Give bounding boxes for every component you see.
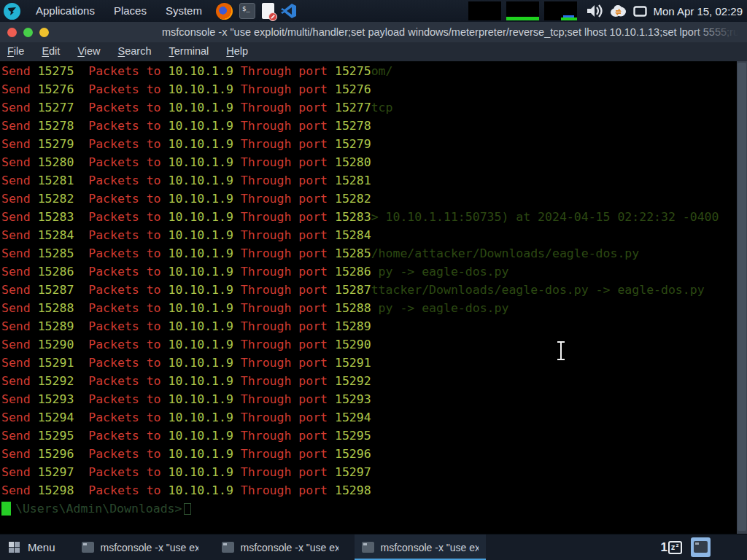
terminal-line: Send 15297 Packets to 10.10.1.9 Through … [1, 463, 747, 481]
packet-count: 15281 [38, 174, 74, 187]
firefox-icon[interactable] [216, 3, 233, 20]
window-controls [0, 28, 49, 37]
menubar-item-view[interactable]: View [69, 42, 109, 61]
port-number: 15281 [335, 174, 371, 187]
terminal-line: Send 15292 Packets to 10.10.1.9 Through … [1, 372, 747, 390]
clock[interactable]: Mon Apr 15, 02:29 [653, 5, 743, 18]
terminal-prompt-line: \Users\Admin\Downloads> [1, 499, 747, 518]
cpu-monitor-graph[interactable] [468, 1, 501, 20]
taskbar-menu-button[interactable]: Menu [0, 534, 66, 560]
terminal-cursor [1, 502, 11, 516]
target-ip: 10.10.1.9 [168, 429, 233, 443]
menubar-item-help[interactable]: Help [217, 42, 257, 61]
port-number: 15279 [335, 137, 371, 151]
ghost-text: py -> eagle-dos.py [371, 265, 509, 279]
cloud-sync-icon[interactable] [609, 4, 627, 18]
terminal-line: Send 15278 Packets to 10.10.1.9 Through … [1, 117, 747, 135]
minimize-button[interactable] [39, 28, 49, 37]
packet-count: 15285 [38, 246, 74, 260]
packet-count: 15277 [38, 101, 74, 114]
parrot-menu-logo[interactable] [4, 3, 20, 20]
terminal-line: Send 15276 Packets to 10.10.1.9 Through … [1, 80, 747, 98]
ghost-text: py -> eagle-dos.py [371, 301, 509, 315]
target-ip: 10.10.1.9 [168, 210, 233, 224]
panel-menu-applications[interactable]: Applications [26, 0, 104, 22]
packet-count: 15297 [38, 465, 74, 479]
tray-terminal-active-icon[interactable] [691, 537, 711, 557]
target-ip: 10.10.1.9 [168, 465, 233, 479]
packet-count: 15284 [38, 228, 74, 242]
menubar-item-terminal[interactable]: Terminal [160, 42, 218, 61]
terminal-line: Send 15288 Packets to 10.10.1.9 Through … [1, 299, 747, 317]
terminal-line: Send 15275 Packets to 10.10.1.9 Through … [1, 62, 747, 80]
taskbar: Menu msfconsole -x "use ex… msfconsole -… [0, 534, 747, 560]
port-number: 15290 [335, 338, 371, 351]
display-icon[interactable] [633, 6, 647, 17]
terminal-scrollbar[interactable] [737, 61, 747, 534]
target-ip: 10.10.1.9 [168, 447, 233, 461]
packet-count: 15291 [38, 356, 74, 370]
taskbar-item-label: msfconsole -x "use ex… [241, 542, 338, 553]
terminal-line: Send 15294 Packets to 10.10.1.9 Through … [1, 408, 747, 427]
taskbar-item[interactable]: msfconsole -x "use ex… [214, 534, 346, 560]
port-number: 15288 [335, 301, 371, 315]
packet-count: 15294 [38, 411, 74, 424]
sleep-indicator-glyph: z² [668, 541, 682, 554]
tray-icons [586, 3, 647, 19]
volume-icon[interactable] [586, 3, 603, 19]
scrollbar-thumb[interactable] [738, 63, 746, 531]
taskbar-item[interactable]: msfconsole -x "use ex… [355, 534, 486, 560]
ghost-text: > 10.10.1.11:50735) at 2024-04-15 02:22:… [371, 210, 719, 224]
text-editor-icon[interactable] [262, 3, 274, 19]
packet-count: 15276 [38, 82, 74, 96]
target-ip: 10.10.1.9 [168, 392, 233, 406]
terminal-line: Send 15286 Packets to 10.10.1.9 Through … [1, 262, 747, 281]
blocked-badge-icon [268, 12, 277, 21]
port-number: 15287 [335, 283, 371, 297]
terminal-icon [362, 542, 374, 553]
port-number: 15276 [335, 82, 371, 96]
network-monitor-graph[interactable] [544, 1, 577, 20]
sleep-indicator-icon[interactable]: 1 z² [661, 539, 682, 556]
packet-count: 15287 [38, 283, 74, 297]
taskbar-item[interactable]: msfconsole -x "use ex… [74, 534, 206, 560]
sleep-indicator-badge: 1 [661, 539, 667, 556]
target-ip: 10.10.1.9 [168, 356, 233, 370]
system-monitors [468, 1, 577, 20]
terminal-line: Send 15280 Packets to 10.10.1.9 Through … [1, 153, 747, 171]
panel-menu-system[interactable]: System [156, 0, 212, 22]
port-number: 15289 [335, 319, 371, 333]
port-number: 15296 [335, 447, 371, 461]
menubar-item-file[interactable]: File [0, 42, 33, 61]
target-ip: 10.10.1.9 [168, 155, 233, 169]
terminal-window[interactable]: Send 15275 Packets to 10.10.1.9 Through … [0, 61, 747, 534]
target-ip: 10.10.1.9 [168, 246, 233, 260]
vscode-icon[interactable] [281, 3, 297, 19]
terminal-menubar: FileEditViewSearchTerminalHelp [0, 42, 747, 61]
terminal-line: Send 15277 Packets to 10.10.1.9 Through … [1, 98, 747, 117]
packet-count: 15298 [38, 483, 74, 497]
panel-menu-places[interactable]: Places [104, 0, 156, 22]
close-button[interactable] [7, 28, 17, 37]
terminal-output: Send 15275 Packets to 10.10.1.9 Through … [0, 61, 747, 518]
maximize-button[interactable] [23, 28, 33, 37]
packet-count: 15288 [38, 301, 74, 315]
menubar-item-edit[interactable]: Edit [33, 42, 69, 61]
terminal-line: Send 15289 Packets to 10.10.1.9 Through … [1, 317, 747, 335]
port-number: 15292 [335, 374, 371, 388]
target-ip: 10.10.1.9 [168, 228, 233, 242]
mouse-cursor-ibeam [555, 340, 567, 362]
target-ip: 10.10.1.9 [168, 338, 233, 351]
target-ip: 10.10.1.9 [168, 174, 233, 187]
terminal-line: Send 15283 Packets to 10.10.1.9 Through … [1, 208, 747, 226]
port-number: 15286 [335, 265, 371, 279]
memory-monitor-graph[interactable] [506, 1, 539, 20]
terminal-line: Send 15293 Packets to 10.10.1.9 Through … [1, 390, 747, 408]
menubar-item-search[interactable]: Search [109, 42, 160, 61]
terminal-icon[interactable]: $_ [239, 3, 255, 19]
packet-count: 15289 [38, 319, 74, 333]
taskbar-tray: 1 z² [661, 534, 747, 560]
terminal-line: Send 15284 Packets to 10.10.1.9 Through … [1, 226, 747, 244]
packet-count: 15275 [38, 64, 74, 78]
target-ip: 10.10.1.9 [168, 411, 233, 424]
